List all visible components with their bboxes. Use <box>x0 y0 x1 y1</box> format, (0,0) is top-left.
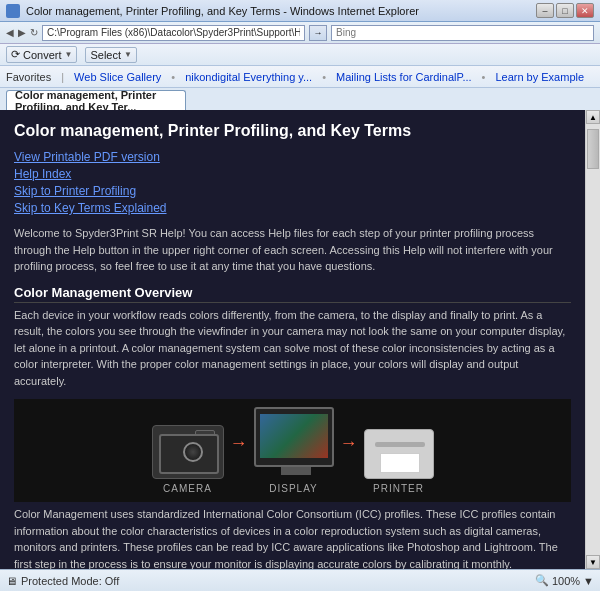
title-bar: Color management, Printer Profiling, and… <box>0 0 600 22</box>
tab-label: Color management, Printer Profiling, and… <box>15 90 177 110</box>
close-button[interactable]: ✕ <box>576 3 594 18</box>
scroll-up-button[interactable]: ▲ <box>586 110 600 124</box>
monitor-box <box>254 407 334 467</box>
section1-heading: Color Management Overview <box>14 285 571 303</box>
zoom-icon: 🔍 <box>535 574 549 587</box>
convert-dropdown-icon[interactable]: ▼ <box>65 50 73 59</box>
zoom-level: 100% <box>552 575 580 587</box>
computer-icon: 🖥 <box>6 575 17 587</box>
printer-paper <box>380 453 420 473</box>
tab-main[interactable]: Color management, Printer Profiling, and… <box>6 90 186 110</box>
status-bar: 🖥 Protected Mode: Off 🔍 100% ▼ <box>0 569 600 591</box>
zoom-control[interactable]: 🔍 100% ▼ <box>535 574 594 587</box>
scrollbar[interactable]: ▲ ▼ <box>585 110 600 569</box>
section1b-text: Color Management uses standardized Inter… <box>14 506 571 569</box>
search-input[interactable] <box>331 25 594 41</box>
printer-label: PRINTER <box>373 483 424 494</box>
page-title: Color management, Printer Profiling, and… <box>14 122 571 140</box>
favorites-label: Favorites <box>6 71 51 83</box>
section1-text: Each device in your workflow reads color… <box>14 307 571 390</box>
select-button[interactable]: Select ▼ <box>85 47 137 63</box>
camera-lens <box>183 442 203 462</box>
favorites-item-1[interactable]: Web Slice Gallery <box>74 71 161 83</box>
favorites-item-4[interactable]: Learn by Example <box>495 71 584 83</box>
favorites-item-3[interactable]: Mailing Lists for CardinalP... <box>336 71 472 83</box>
address-input[interactable] <box>42 25 305 41</box>
page-content: Color management, Printer Profiling, and… <box>0 110 585 569</box>
printer-box <box>364 429 434 479</box>
camera-body <box>159 434 219 474</box>
link-skip-printer[interactable]: Skip to Printer Profiling <box>14 184 571 198</box>
back-icon[interactable]: ◀ <box>6 27 14 38</box>
display-label: DISPLAY <box>269 483 318 494</box>
forward-icon[interactable]: ▶ <box>18 27 26 38</box>
link-help-index[interactable]: Help Index <box>14 167 571 181</box>
arrow-2: → <box>340 433 358 454</box>
fav-sep3: • <box>322 71 326 83</box>
fav-separator: | <box>61 71 64 83</box>
camera-box <box>152 425 224 479</box>
address-bar: ◀ ▶ ↻ → <box>0 22 600 44</box>
maximize-button[interactable]: □ <box>556 3 574 18</box>
scrollbar-track[interactable] <box>586 124 600 555</box>
browser-content: Color management, Printer Profiling, and… <box>0 110 600 569</box>
select-dropdown-icon[interactable]: ▼ <box>124 50 132 59</box>
monitor-stand <box>281 467 311 475</box>
refresh-icon[interactable]: ↻ <box>30 27 38 38</box>
convert-icon: ⟳ <box>11 48 20 61</box>
protected-mode-label: Protected Mode: Off <box>21 575 119 587</box>
protected-mode-status: 🖥 Protected Mode: Off <box>6 575 119 587</box>
window-controls: – □ ✕ <box>536 3 594 18</box>
scrollbar-thumb[interactable] <box>587 129 599 169</box>
device-images-row: CAMERA → DISPLAY → PRINTER <box>14 399 571 502</box>
minimize-button[interactable]: – <box>536 3 554 18</box>
camera-label: CAMERA <box>163 483 212 494</box>
intro-text: Welcome to Spyder3Print SR Help! You can… <box>14 225 571 275</box>
link-skip-key-terms[interactable]: Skip to Key Terms Explained <box>14 201 571 215</box>
tab-bar: Color management, Printer Profiling, and… <box>0 88 600 110</box>
fav-sep4: • <box>482 71 486 83</box>
favorites-item-2[interactable]: nikondigital Everything y... <box>185 71 312 83</box>
window-icon <box>6 4 20 18</box>
printer-slot <box>375 442 425 447</box>
monitor-screen <box>260 414 328 458</box>
link-pdf[interactable]: View Printable PDF version <box>14 150 571 164</box>
go-button[interactable]: → <box>309 25 327 41</box>
arrow-1: → <box>230 433 248 454</box>
window-title: Color management, Printer Profiling, and… <box>26 5 536 17</box>
toolbar: ⟳ Convert ▼ Select ▼ <box>0 44 600 66</box>
convert-button[interactable]: ⟳ Convert ▼ <box>6 46 77 63</box>
zoom-dropdown-icon[interactable]: ▼ <box>583 575 594 587</box>
display-image: DISPLAY <box>254 407 334 494</box>
favorites-bar: Favorites | Web Slice Gallery • nikondig… <box>0 66 600 88</box>
scroll-down-button[interactable]: ▼ <box>586 555 600 569</box>
camera-image: CAMERA <box>152 425 224 494</box>
printer-image: PRINTER <box>364 429 434 494</box>
fav-sep2: • <box>171 71 175 83</box>
